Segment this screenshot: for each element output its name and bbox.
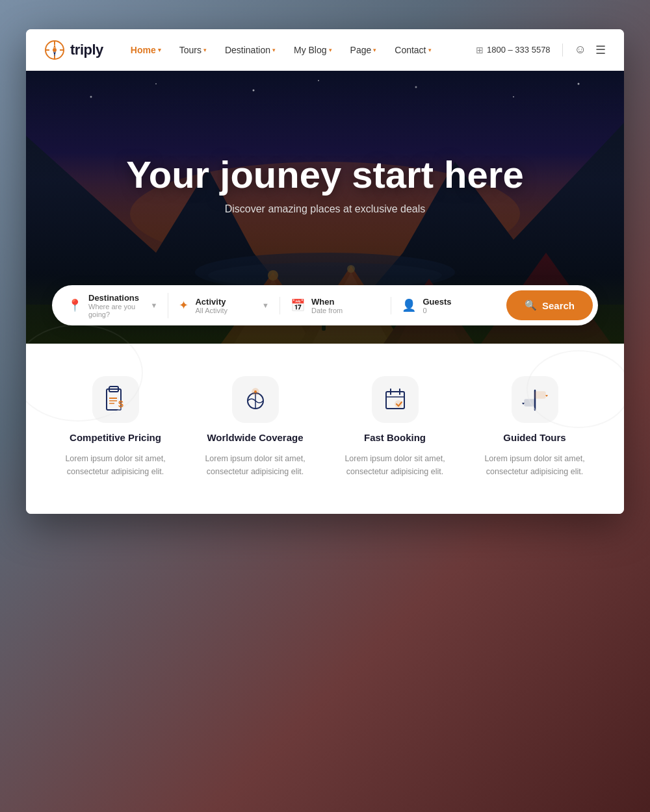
worldwide-coverage-desc: Lorem ipsum dolor sit amet, consectetur …: [192, 452, 318, 478]
destination-field[interactable]: 📍 Destinations Where are you going? ▼: [57, 293, 168, 318]
worldwide-coverage-title: Worldwide Coverage: [207, 432, 303, 443]
when-field[interactable]: 📅 When Date from: [280, 297, 391, 314]
worldwide-coverage-icon-wrap: [232, 376, 279, 423]
activity-label: Activity: [195, 297, 228, 307]
hero-subtitle: Discover amazing places at exclusive dea…: [225, 203, 426, 215]
logo[interactable]: triply: [44, 40, 103, 60]
nav-item-tours[interactable]: Tours ▾: [172, 40, 214, 60]
guided-tours-desc: Lorem ipsum dolor sit amet, consectetur …: [471, 452, 598, 478]
features-grid: $ Competitive Pricing Lorem ipsum dolor …: [52, 376, 598, 478]
search-bar: 📍 Destinations Where are you going? ▼ ✦ …: [52, 285, 598, 325]
nav-item-home[interactable]: Home ▾: [123, 40, 169, 60]
guests-label: Guests: [422, 297, 451, 307]
nav-divider: [562, 44, 563, 57]
when-text: When Date from: [311, 297, 343, 314]
activity-caret: ▼: [262, 301, 269, 309]
caret-blog: ▾: [329, 47, 332, 53]
activity-text: Activity All Activity: [195, 297, 228, 314]
fast-booking-title: Fast Booking: [364, 432, 426, 443]
nav-links: Home ▾ Tours ▾ Destination ▾ My Blog ▾ P…: [123, 40, 476, 60]
destination-caret: ▼: [151, 301, 158, 309]
caret-destination: ▾: [272, 47, 276, 53]
svg-point-41: [254, 390, 257, 393]
competitive-pricing-icon: $: [101, 385, 130, 414]
caret-tours: ▾: [203, 47, 207, 53]
activity-icon: ✦: [179, 298, 188, 312]
activity-placeholder: All Activity: [195, 307, 228, 314]
caret-contact: ▾: [428, 47, 432, 53]
when-label: When: [311, 297, 343, 307]
competitive-pricing-title: Competitive Pricing: [70, 432, 161, 443]
destination-placeholder: Where are you going?: [88, 303, 144, 318]
guests-text: Guests 0: [422, 297, 451, 314]
destination-text: Destinations Where are you going?: [88, 293, 144, 318]
when-placeholder: Date from: [311, 307, 343, 314]
feature-card-fast-booking: Fast Booking Lorem ipsum dolor sit amet,…: [332, 376, 458, 478]
phone-icon: ⊞: [476, 45, 484, 55]
fast-booking-icon: [381, 385, 410, 414]
activity-field[interactable]: ✦ Activity All Activity ▼: [168, 297, 280, 314]
search-button-icon: 🔍: [525, 299, 537, 311]
nav-item-blog[interactable]: My Blog ▾: [286, 40, 340, 60]
nav-item-destination[interactable]: Destination ▾: [217, 40, 283, 60]
destination-label: Destinations: [88, 293, 144, 303]
nav-item-contact[interactable]: Contact ▾: [387, 40, 439, 60]
guided-tours-title: Guided Tours: [503, 432, 566, 443]
caret-home: ▾: [158, 47, 161, 53]
caret-page: ▾: [373, 47, 376, 53]
guided-tours-icon: [521, 385, 549, 414]
logo-icon: [44, 40, 65, 60]
guests-icon: 👤: [402, 298, 416, 312]
svg-point-46: [395, 400, 402, 408]
browser-window: triply Home ▾ Tours ▾ Destination ▾ My B…: [26, 29, 624, 514]
hero-title: Your jouney start here: [126, 154, 523, 196]
search-button-label: Search: [542, 300, 575, 311]
brand-name: triply: [70, 42, 103, 58]
phone-number: ⊞ 1800 – 333 5578: [476, 45, 551, 55]
calendar-icon: 📅: [291, 298, 305, 312]
svg-text:$: $: [118, 399, 124, 409]
location-icon: 📍: [68, 298, 82, 312]
guided-tours-icon-wrap: [512, 376, 558, 423]
worldwide-coverage-icon: [241, 385, 270, 414]
features-section: $ Competitive Pricing Lorem ipsum dolor …: [26, 344, 624, 514]
user-icon[interactable]: ☺: [575, 43, 586, 57]
svg-marker-7: [53, 51, 56, 57]
nav-right: ⊞ 1800 – 333 5578 ☺ ☰: [476, 43, 606, 57]
hero-section: Your jouney start here Discover amazing …: [26, 71, 624, 344]
guests-field[interactable]: 👤 Guests 0: [391, 297, 502, 314]
feature-card-worldwide-coverage: Worldwide Coverage Lorem ipsum dolor sit…: [192, 376, 318, 478]
competitive-pricing-icon-wrap: $: [92, 376, 139, 423]
feature-card-competitive-pricing: $ Competitive Pricing Lorem ipsum dolor …: [52, 376, 179, 478]
competitive-pricing-desc: Lorem ipsum dolor sit amet, consectetur …: [52, 452, 179, 478]
hamburger-icon[interactable]: ☰: [595, 43, 606, 57]
guests-value: 0: [422, 307, 451, 314]
svg-rect-50: [525, 400, 535, 406]
svg-point-1: [53, 48, 57, 52]
navbar: triply Home ▾ Tours ▾ Destination ▾ My B…: [26, 29, 624, 71]
feature-card-guided-tours: Guided Tours Lorem ipsum dolor sit amet,…: [471, 376, 598, 478]
fast-booking-desc: Lorem ipsum dolor sit amet, consectetur …: [332, 452, 458, 478]
svg-marker-6: [53, 44, 56, 49]
svg-rect-48: [535, 392, 545, 398]
search-button[interactable]: 🔍 Search: [506, 290, 593, 320]
nav-item-page[interactable]: Page ▾: [343, 40, 385, 60]
fast-booking-icon-wrap: [372, 376, 419, 423]
